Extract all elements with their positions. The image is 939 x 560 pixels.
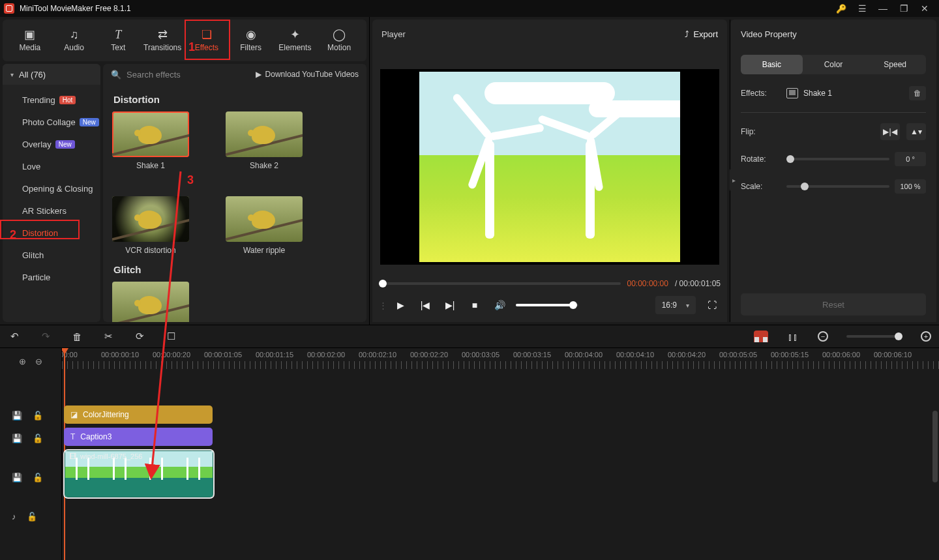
- rotate-slider[interactable]: [786, 158, 889, 160]
- transitions-icon: ⇄: [155, 29, 170, 40]
- section-distortion-title: Distortion: [113, 94, 357, 105]
- effect-water[interactable]: Water ripple: [226, 196, 303, 255]
- reset-button[interactable]: Reset: [741, 293, 926, 316]
- annotation-box-2: [0, 220, 80, 239]
- scale-label: Scale:: [741, 182, 786, 191]
- undo-button[interactable]: ↶: [8, 331, 21, 342]
- zoom-slider[interactable]: [846, 335, 902, 338]
- text-track-save-icon[interactable]: 💾: [12, 434, 22, 443]
- collapse-properties-tab[interactable]: ▸: [730, 168, 738, 192]
- delete-button[interactable]: 🗑: [70, 331, 83, 342]
- category-ar-stickers[interactable]: AR Stickers: [3, 199, 100, 222]
- category-glitch[interactable]: Glitch: [3, 244, 100, 266]
- preview-viewport[interactable]: [380, 69, 719, 265]
- remove-track-button[interactable]: ⊖: [35, 357, 42, 366]
- rotate-value[interactable]: 0 °: [895, 152, 926, 166]
- effect-shake2[interactable]: Shake 2: [226, 111, 303, 170]
- category-header[interactable]: All (76): [3, 64, 100, 85]
- stop-button[interactable]: ■: [466, 297, 483, 314]
- ptab-speed[interactable]: Speed: [864, 55, 926, 74]
- effects-track-save-icon[interactable]: 💾: [12, 411, 22, 420]
- category-list: TrendingHotPhoto CollageNewOverlayNewLov…: [3, 85, 100, 292]
- effect-glitch-1[interactable]: [112, 282, 189, 322]
- volume-icon[interactable]: 🔊: [491, 297, 508, 314]
- track-align-button[interactable]: ⫿⫿: [786, 331, 799, 342]
- speed-button[interactable]: ⟳: [133, 331, 146, 342]
- flip-horizontal-button[interactable]: ▶|◀: [880, 123, 900, 140]
- fullscreen-button[interactable]: ⛶: [704, 297, 721, 314]
- split-button[interactable]: ✂: [102, 331, 115, 342]
- text-track-lock-icon[interactable]: 🔓: [33, 434, 43, 443]
- text-clip-icon: T: [70, 432, 75, 441]
- tab-audio[interactable]: ♫Audio: [52, 22, 97, 59]
- tab-elements[interactable]: ✦Elements: [273, 22, 318, 59]
- play-button[interactable]: ▶: [392, 297, 409, 314]
- text-clip-label: Caption3: [80, 432, 112, 441]
- effect-shake1[interactable]: Shake 1: [112, 111, 189, 170]
- tab-transitions[interactable]: ⇄Transitions: [140, 22, 185, 59]
- crop-button[interactable]: ☐: [164, 331, 177, 342]
- effect-shake2-thumb[interactable]: [226, 111, 303, 157]
- maximize-button[interactable]: ❐: [893, 0, 914, 17]
- applied-effect-chip[interactable]: Shake 1: [786, 88, 832, 98]
- category-overlay[interactable]: OverlayNew: [3, 133, 100, 155]
- aspect-ratio-select[interactable]: 16:9 ▾: [655, 296, 696, 314]
- library-panel: ▣Media ♫Audio TText ⇄Transitions ❏ Effec…: [0, 17, 370, 325]
- category-trending[interactable]: TrendingHot: [3, 89, 100, 111]
- audio-track-icon[interactable]: ♪: [12, 512, 16, 522]
- video-track-lock-icon[interactable]: 🔓: [33, 473, 43, 482]
- ptab-basic[interactable]: Basic: [741, 55, 803, 74]
- player-panel: Player ⤴ Export: [370, 20, 730, 322]
- effect-vcr-thumb[interactable]: [112, 196, 189, 242]
- minimize-button[interactable]: —: [872, 0, 893, 17]
- effect-vcr[interactable]: VCR distortion: [112, 196, 189, 255]
- tab-transitions-label: Transitions: [143, 43, 181, 52]
- tab-filters[interactable]: ◉Filters: [229, 22, 273, 59]
- tab-elements-label: Elements: [278, 43, 311, 52]
- menu-icon[interactable]: ☰: [852, 0, 872, 17]
- zoom-out-button[interactable]: −: [818, 331, 828, 342]
- effects-clip[interactable]: ◪ ColorJittering: [64, 405, 213, 424]
- effect-water-thumb[interactable]: [226, 196, 303, 242]
- category-love[interactable]: Love: [3, 155, 100, 177]
- tab-filters-label: Filters: [240, 43, 261, 52]
- timeline-scrollbar[interactable]: [932, 411, 938, 482]
- prev-frame-button[interactable]: |◀: [417, 297, 434, 314]
- next-frame-button[interactable]: ▶|: [441, 297, 458, 314]
- text-clip[interactable]: T Caption3: [64, 428, 213, 446]
- effect-glitch-1-thumb[interactable]: [112, 282, 189, 322]
- add-track-button[interactable]: ⊕: [19, 357, 26, 366]
- category-panel: All (76) TrendingHotPhoto CollageNewOver…: [3, 64, 100, 322]
- ptab-color[interactable]: Color: [803, 55, 865, 74]
- video-clip[interactable]: 🎞wind-mill-6875_256: [64, 450, 214, 498]
- export-button[interactable]: ⤴ Export: [685, 29, 718, 39]
- search-input[interactable]: Search effects: [127, 70, 181, 80]
- timeline-body[interactable]: 00:0000:00:00:1000:00:00:2000:00:01:0500…: [62, 348, 939, 560]
- category-particle[interactable]: Particle: [3, 266, 100, 288]
- volume-slider[interactable]: [516, 304, 578, 306]
- tab-motion[interactable]: ◯Motion: [317, 22, 361, 59]
- remove-effect-button[interactable]: 🗑: [909, 86, 926, 100]
- category-opening-closing[interactable]: Opening & Closing: [3, 177, 100, 199]
- category-photo-collage[interactable]: Photo CollageNew: [3, 111, 100, 133]
- effects-track-lock-icon[interactable]: 🔓: [33, 411, 43, 420]
- effect-shake1-thumb[interactable]: [112, 111, 189, 157]
- close-button[interactable]: ✕: [914, 0, 935, 17]
- tab-media[interactable]: ▣Media: [8, 22, 52, 59]
- music-icon: ♫: [67, 29, 82, 40]
- scale-slider[interactable]: [786, 185, 889, 188]
- seek-slider[interactable]: [379, 282, 621, 285]
- audio-track-lock-icon[interactable]: 🔓: [27, 512, 37, 522]
- redo-button[interactable]: ↷: [39, 331, 52, 342]
- category-distortion[interactable]: Distortion: [3, 222, 100, 244]
- zoom-in-button[interactable]: +: [921, 331, 931, 342]
- video-track-save-icon[interactable]: 💾: [12, 473, 22, 482]
- scale-value[interactable]: 100 %: [895, 179, 926, 194]
- license-key-icon[interactable]: 🔑: [831, 0, 852, 17]
- flip-vertical-button[interactable]: ▲▾: [906, 123, 926, 140]
- tab-text[interactable]: TText: [97, 22, 141, 59]
- snap-toggle[interactable]: [754, 331, 768, 342]
- timeline-ruler[interactable]: 00:0000:00:00:1000:00:00:2000:00:01:0500…: [62, 348, 939, 374]
- tab-effects[interactable]: ❏ Effects: [185, 22, 229, 59]
- download-youtube-button[interactable]: ▶ Download YouTube Videos: [256, 70, 359, 79]
